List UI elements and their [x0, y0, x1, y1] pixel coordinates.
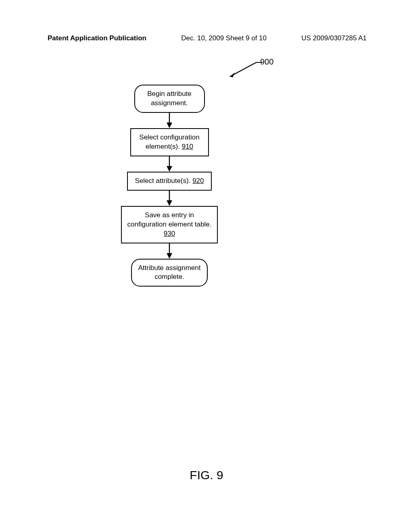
flowchart-start: Begin attribute assignment.: [134, 85, 205, 113]
arrow-1: [121, 113, 218, 128]
svg-marker-8: [167, 200, 172, 206]
svg-marker-10: [167, 253, 172, 259]
step1-ref: 910: [182, 143, 193, 150]
flowchart-step-920: Select attribute(s). 920: [127, 172, 212, 191]
header-right: US 2009/0307285 A1: [301, 34, 367, 42]
figure-label: FIG. 9: [0, 468, 413, 482]
end-text: Attribute assignment complete.: [138, 264, 201, 281]
flowchart-step-910: Select configuration element(s). 910: [130, 128, 209, 156]
arrow-2: [121, 156, 218, 172]
svg-marker-1: [230, 73, 235, 77]
header-left: Patent Application Publication: [48, 34, 146, 42]
step2-text: Select attribute(s).: [135, 177, 192, 185]
svg-marker-4: [167, 123, 172, 128]
step2-ref: 920: [192, 177, 204, 185]
step3-ref: 930: [164, 230, 175, 237]
start-text: Begin attribute assignment.: [147, 90, 192, 107]
arrow-3: [121, 191, 218, 206]
flowchart: Begin attribute assignment. Select confi…: [121, 85, 218, 287]
flowchart-end: Attribute assignment complete.: [131, 259, 208, 287]
arrow-4: [121, 243, 218, 259]
header-center: Dec. 10, 2009 Sheet 9 of 10: [181, 34, 267, 42]
step3-line1: Save as entry in: [145, 211, 194, 219]
page-header: Patent Application Publication Dec. 10, …: [48, 34, 367, 42]
leader-line: [226, 60, 262, 81]
diagram-number: 900: [260, 57, 273, 66]
flowchart-step-930: Save as entry in configuration element t…: [121, 206, 218, 243]
step3-line2: configuration element table.: [127, 220, 212, 228]
svg-marker-6: [167, 166, 172, 172]
